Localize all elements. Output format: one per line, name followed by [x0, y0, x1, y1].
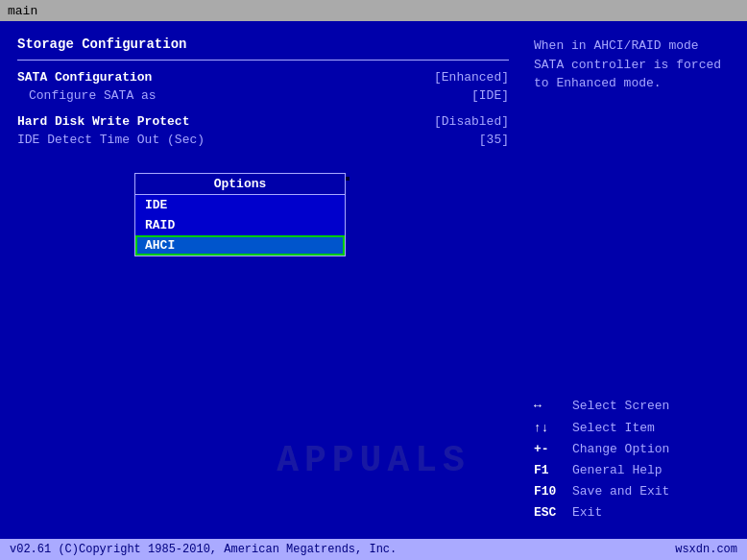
shortcut-row: ↔Select Screen: [534, 396, 730, 417]
config-row: SATA Configuration[Enhanced]: [17, 70, 509, 85]
dropdown-item[interactable]: RAID: [135, 215, 345, 235]
bios-screen: main APPUALS Storage Configuration SATA …: [0, 0, 747, 560]
config-label: Hard Disk Write Protect: [17, 114, 189, 129]
shortcut-row: ESCExit: [534, 502, 730, 523]
left-panel: Storage Configuration SATA Configuration…: [10, 31, 517, 529]
config-row: IDE Detect Time Out (Sec)[35]: [17, 133, 509, 147]
top-bar: main: [0, 0, 747, 21]
config-rows: SATA Configuration[Enhanced]Configure SA…: [17, 70, 509, 147]
divider: [17, 60, 509, 61]
config-value: [Disabled]: [434, 114, 509, 129]
shortcut-key: F1: [534, 460, 565, 481]
shortcut-key: ESC: [534, 502, 565, 523]
dropdown-item[interactable]: IDE: [135, 195, 345, 215]
dropdown-header: Options: [135, 174, 345, 195]
shortcut-row: F10Save and Exit: [534, 481, 730, 502]
dropdown-overlay: Options IDERAIDAHCI: [134, 173, 346, 256]
bottom-bar-right: wsxdn.com: [675, 543, 737, 556]
right-panel: When in AHCI/RAID mode SATA controller i…: [526, 31, 737, 529]
bottom-bar-left: v02.61 (C)Copyright 1985-2010, American …: [10, 543, 397, 556]
dropdown-box: Options IDERAIDAHCI: [134, 173, 346, 256]
dropdown-items: IDERAIDAHCI: [135, 195, 345, 256]
shortcut-desc: General Help: [572, 460, 663, 481]
panel-title: Storage Configuration: [17, 37, 509, 52]
config-value: [Enhanced]: [434, 70, 509, 85]
config-label: IDE Detect Time Out (Sec): [17, 133, 205, 147]
config-label: SATA Configuration: [17, 70, 152, 85]
shortcut-desc: Save and Exit: [572, 481, 669, 502]
config-value: [35]: [479, 133, 509, 147]
shortcut-key: ↔: [534, 396, 565, 417]
shortcut-key: F10: [534, 481, 565, 502]
shortcut-row: ↑↓Select Item: [534, 418, 730, 439]
shortcut-desc: Change Option: [572, 439, 669, 460]
dropdown-item[interactable]: AHCI: [135, 235, 345, 256]
config-value: [IDE]: [471, 88, 509, 103]
config-row: Configure SATA as[IDE]: [17, 88, 509, 103]
config-label: Configure SATA as: [17, 88, 157, 103]
shortcut-key: ↑↓: [534, 418, 565, 439]
main-area: APPUALS Storage Configuration SATA Confi…: [0, 21, 747, 539]
config-row: Hard Disk Write Protect[Disabled]: [17, 114, 509, 129]
shortcut-row: F1General Help: [534, 460, 730, 481]
shortcut-desc: Exit: [572, 502, 602, 523]
shortcuts: ↔Select Screen↑↓Select Item+-Change Opti…: [534, 396, 730, 523]
shortcut-desc: Select Item: [572, 418, 655, 439]
top-bar-label: main: [8, 4, 37, 18]
shortcut-key: +-: [534, 439, 565, 460]
help-text: When in AHCI/RAID mode SATA controller i…: [534, 37, 730, 93]
bottom-bar: v02.61 (C)Copyright 1985-2010, American …: [0, 539, 747, 560]
shortcut-desc: Select Screen: [572, 396, 669, 417]
shortcut-row: +-Change Option: [534, 439, 730, 460]
